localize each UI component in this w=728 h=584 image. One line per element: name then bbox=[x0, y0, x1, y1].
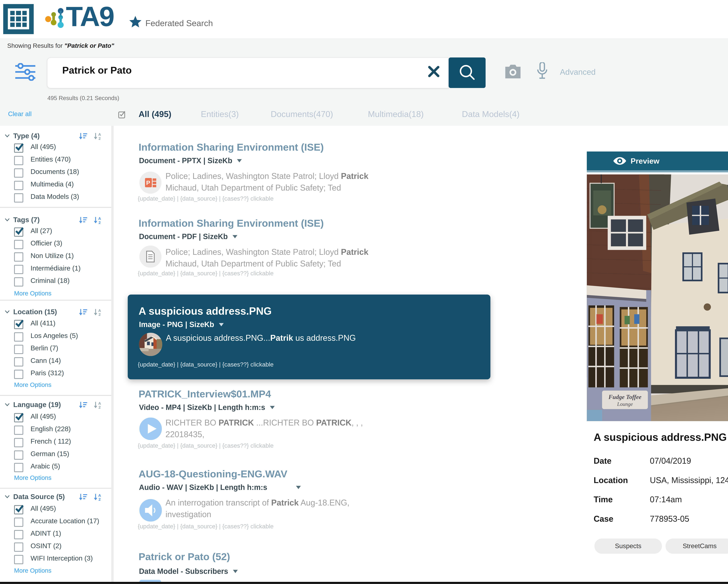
svg-text:A: A bbox=[98, 493, 101, 498]
svg-text:A: A bbox=[98, 132, 101, 137]
svg-text:A: A bbox=[98, 216, 101, 221]
svg-text:A: A bbox=[98, 308, 101, 313]
svg-text:2: 2 bbox=[99, 405, 101, 409]
svg-text:2: 2 bbox=[99, 221, 101, 224]
svg-text:P: P bbox=[146, 179, 150, 186]
svg-text:2: 2 bbox=[99, 497, 101, 501]
svg-text:2: 2 bbox=[99, 312, 101, 316]
svg-text:2: 2 bbox=[99, 136, 101, 140]
svg-text:A: A bbox=[98, 401, 101, 406]
